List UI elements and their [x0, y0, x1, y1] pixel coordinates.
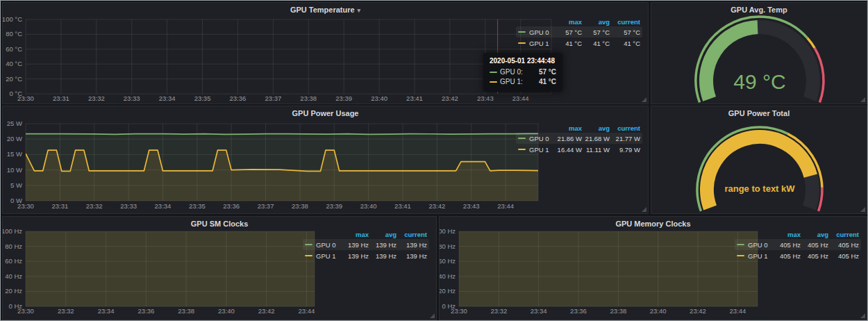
legend-series-value: 21.86 W	[553, 135, 582, 142]
legend-header-current[interactable]: current	[610, 124, 640, 132]
legend-series-toggle[interactable]: GPU 1	[518, 40, 553, 47]
legend-header-current[interactable]: current	[610, 18, 640, 26]
svg-text:23:32: 23:32	[88, 94, 105, 102]
series-color-dash	[518, 31, 526, 33]
legend-series-row: GPU 057 °C57 °C57 °C	[516, 26, 642, 38]
panel-title-text: GPU Power Total	[728, 109, 790, 117]
svg-text:23:44: 23:44	[497, 202, 514, 210]
resize-handle[interactable]	[860, 313, 865, 318]
panel-gpu-avg-temp: GPU Avg. Temp 49 °C	[651, 2, 867, 104]
legend-series-value: 139 Hz	[369, 252, 397, 260]
legend-series-name: GPU 0	[529, 135, 549, 142]
legend-series-name: GPU 1	[529, 40, 549, 47]
svg-text:23:40: 23:40	[360, 202, 377, 210]
legend-series-value: 21.68 W	[582, 135, 610, 142]
panel-title-gpu-power-usage[interactable]: GPU Power Usage	[3, 108, 648, 118]
svg-text:10 W: 10 W	[7, 166, 22, 174]
svg-text:80 Hz: 80 Hz	[5, 242, 22, 250]
panel-gpu-power-usage: GPU Power Usage 0 W5 W10 W15 W20 W25 W23…	[2, 106, 649, 214]
legend-series-name: GPU 0	[748, 241, 768, 249]
svg-text:23:39: 23:39	[326, 202, 342, 210]
svg-text:23:37: 23:37	[265, 94, 281, 102]
legend-series-toggle[interactable]: GPU 0	[737, 241, 771, 249]
svg-text:23:34: 23:34	[98, 307, 115, 315]
legend-header-avg[interactable]: avg	[369, 231, 397, 238]
svg-text:23:42: 23:42	[690, 307, 706, 315]
legend-header-max[interactable]: max	[771, 231, 801, 238]
legend-series-toggle[interactable]: GPU 1	[737, 252, 771, 260]
svg-text:40 Hz: 40 Hz	[440, 272, 456, 280]
svg-text:23:39: 23:39	[335, 94, 352, 102]
legend-header-row: maxavgcurrent	[516, 123, 642, 133]
series-color-dash	[737, 244, 744, 245]
panel-title-gpu-avg-temp[interactable]: GPU Avg. Temp	[651, 5, 867, 15]
svg-text:23:33: 23:33	[120, 202, 137, 210]
legend-series-value: 57 °C	[582, 28, 610, 36]
panel-title-gpu-sm-clocks[interactable]: GPU SM Clocks	[3, 219, 436, 229]
tooltip-row: GPU 0: 57 °C	[490, 67, 556, 77]
svg-text:23:41: 23:41	[406, 94, 423, 102]
legend-header-current[interactable]: current	[397, 231, 427, 238]
legend-header-avg[interactable]: avg	[582, 124, 610, 132]
panel-title-gpu-power-total[interactable]: GPU Power Total	[651, 108, 867, 118]
svg-text:25 W: 25 W	[7, 120, 22, 127]
svg-text:23:38: 23:38	[610, 307, 626, 315]
svg-text:23:42: 23:42	[258, 307, 275, 315]
svg-text:20 °C: 20 °C	[6, 75, 22, 83]
panel-title-gpu-memory-clocks[interactable]: GPU Memory Clocks	[440, 219, 867, 229]
resize-handle[interactable]	[860, 97, 865, 102]
legend-series-toggle[interactable]: GPU 0	[518, 28, 553, 36]
legend-series-value: 405 Hz	[801, 252, 828, 260]
svg-text:23:36: 23:36	[570, 307, 587, 315]
legend-header-current[interactable]: current	[828, 231, 859, 238]
gpu-sm-clocks-legend: maxavgcurrentGPU 0139 Hz139 Hz139 HzGPU …	[303, 229, 429, 261]
resize-handle[interactable]	[642, 97, 646, 102]
chevron-down-icon: ▾	[358, 7, 361, 14]
legend-series-toggle[interactable]: GPU 0	[518, 135, 553, 142]
resize-handle[interactable]	[430, 313, 435, 318]
legend-series-row: GPU 116.44 W11.11 W9.79 W	[516, 144, 642, 155]
svg-text:60 Hz: 60 Hz	[5, 257, 22, 265]
panel-title-gpu-temperature[interactable]: GPU Temperature▾	[3, 5, 648, 15]
series-color-dash	[490, 72, 497, 73]
legend-series-value: 405 Hz	[828, 241, 859, 249]
legend-header-max[interactable]: max	[553, 18, 582, 26]
legend-series-toggle[interactable]: GPU 0	[305, 241, 340, 249]
legend-header-max[interactable]: max	[340, 231, 369, 238]
gauge-value-text: range to text kW	[724, 183, 795, 194]
svg-text:23:38: 23:38	[178, 307, 194, 315]
tooltip-series-name: GPU 0:	[500, 67, 523, 77]
svg-text:23:34: 23:34	[159, 94, 176, 102]
grafana-dashboard: GPU Temperature▾ 0 °C20 °C40 °C60 °C80 °…	[0, 0, 868, 321]
svg-text:23:30: 23:30	[451, 307, 467, 315]
legend-header-avg[interactable]: avg	[582, 18, 610, 26]
gpu-avg-temp-gauge: 49 °C	[651, 3, 867, 104]
svg-text:23:41: 23:41	[394, 202, 411, 210]
svg-text:20 W: 20 W	[7, 135, 22, 142]
panel-gpu-sm-clocks: GPU SM Clocks 0 Hz20 Hz40 Hz60 Hz80 Hz10…	[2, 216, 437, 320]
legend-series-row: GPU 0405 Hz405 Hz405 Hz	[735, 239, 861, 250]
gauge-value-text: 49 °C	[733, 70, 785, 93]
svg-text:23:40: 23:40	[218, 307, 235, 315]
legend-series-name: GPU 0	[316, 241, 336, 249]
legend-series-toggle[interactable]: GPU 1	[518, 146, 553, 154]
legend-series-value: 139 Hz	[340, 241, 369, 249]
legend-header-avg[interactable]: avg	[801, 231, 828, 238]
legend-series-name: GPU 0	[529, 28, 549, 36]
svg-text:23:38: 23:38	[300, 94, 317, 102]
legend-series-toggle[interactable]: GPU 1	[305, 252, 340, 260]
legend-series-value: 21.77 W	[610, 135, 640, 142]
svg-text:40 Hz: 40 Hz	[5, 272, 22, 280]
resize-handle[interactable]	[642, 207, 646, 212]
resize-handle[interactable]	[860, 207, 865, 212]
gpu-power-usage-legend: maxavgcurrentGPU 021.86 W21.68 W21.77 WG…	[516, 123, 642, 155]
legend-series-row: GPU 021.86 W21.68 W21.77 W	[516, 133, 642, 144]
panel-title-text: GPU SM Clocks	[191, 220, 249, 228]
legend-header-row: maxavgcurrent	[303, 229, 429, 239]
panel-title-text: GPU Memory Clocks	[615, 220, 690, 228]
legend-series-value: 139 Hz	[340, 252, 369, 260]
svg-text:23:35: 23:35	[194, 94, 211, 102]
svg-text:23:33: 23:33	[124, 94, 140, 102]
legend-header-max[interactable]: max	[553, 124, 582, 132]
panel-gpu-memory-clocks: GPU Memory Clocks 0 Hz20 Hz40 Hz60 Hz80 …	[439, 216, 867, 320]
